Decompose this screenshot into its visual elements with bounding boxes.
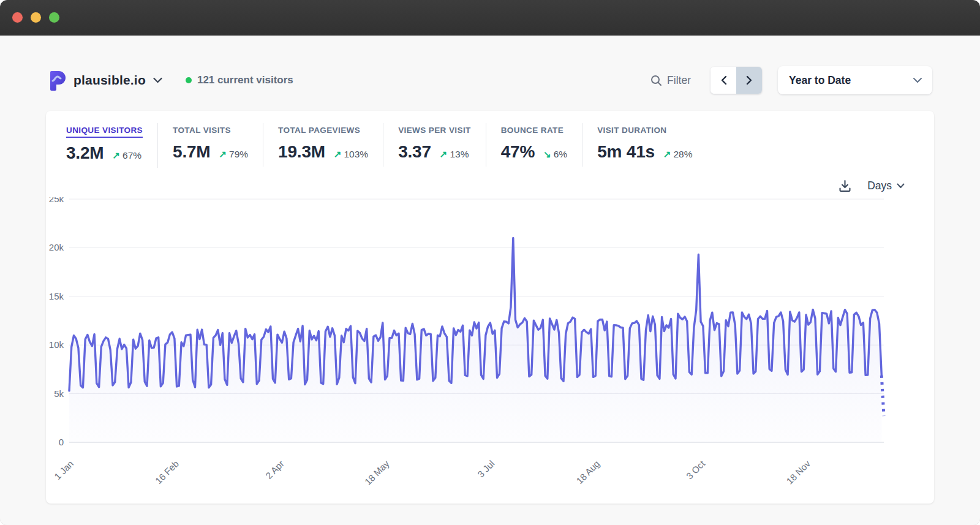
y-tick-label: 25k: [49, 197, 64, 204]
metric-change-value: 79%: [229, 149, 248, 160]
x-tick-label: 3 Jul: [475, 458, 496, 479]
y-tick-label: 10k: [49, 339, 64, 350]
zoom-window-button[interactable]: [49, 12, 59, 23]
interval-label: Days: [867, 179, 892, 192]
chevron-down-icon: [897, 183, 905, 189]
site-selector[interactable]: plausible.io 121 current visitors: [49, 70, 293, 91]
metric-value: 47%: [501, 142, 535, 162]
metric-change: ↗13%: [440, 149, 469, 160]
metric-value: 5m 41s: [597, 142, 655, 162]
metric-visit-duration[interactable]: VISIT DURATION5m 41s↗28%: [582, 123, 707, 167]
interval-dropdown[interactable]: Days: [867, 179, 905, 192]
search-icon: [650, 75, 662, 86]
date-range-label: Year to Date: [789, 74, 851, 87]
y-tick-label: 15k: [49, 291, 64, 301]
site-name: plausible.io: [74, 73, 146, 88]
metric-bounce-rate[interactable]: BOUNCE RATE47%↘6%: [486, 123, 582, 167]
metric-label: BOUNCE RATE: [501, 126, 564, 137]
metric-change: ↗67%: [112, 150, 141, 161]
metric-views-per-visit[interactable]: VIEWS PER VISIT3.37↗13%: [383, 123, 486, 167]
close-window-button[interactable]: [12, 12, 23, 23]
chart-canvas: 05k10k15k20k25k1 Jan16 Feb2 Apr18 May3 J…: [46, 197, 934, 493]
metric-change: ↗28%: [663, 149, 693, 160]
y-tick-label: 0: [59, 437, 64, 447]
current-visitors-label: 121 current visitors: [197, 74, 293, 86]
metric-change: ↗103%: [334, 149, 368, 160]
visitors-chart[interactable]: 05k10k15k20k25k1 Jan16 Feb2 Apr18 May3 J…: [46, 197, 934, 495]
trend-up-icon: ↗: [112, 150, 120, 161]
metric-change-value: 103%: [344, 149, 369, 160]
metric-value: 19.3M: [278, 142, 325, 162]
metric-change-value: 28%: [673, 149, 692, 160]
x-tick-label: 18 May: [363, 458, 391, 487]
dashboard-header: plausible.io 121 current visitors Filter: [0, 36, 980, 94]
x-tick-label: 3 Oct: [684, 458, 707, 482]
metric-change: ↘6%: [543, 149, 567, 160]
metric-label: UNIQUE VISITORS: [66, 126, 143, 138]
analytics-card: UNIQUE VISITORS3.2M↗67%TOTAL VISITS5.7M↗…: [46, 111, 934, 504]
current-visitors[interactable]: 121 current visitors: [186, 74, 293, 86]
metrics-row: UNIQUE VISITORS3.2M↗67%TOTAL VISITS5.7M↗…: [46, 123, 934, 168]
metric-value: 5.7M: [173, 142, 210, 162]
chevron-down-icon: [913, 77, 922, 83]
x-tick-label: 18 Aug: [574, 458, 601, 486]
metric-change: ↗79%: [219, 149, 248, 160]
metric-total-pageviews[interactable]: TOTAL PAGEVIEWS19.3M↗103%: [263, 123, 383, 167]
metric-label: TOTAL PAGEVIEWS: [278, 126, 360, 137]
metric-label: VIEWS PER VISIT: [398, 126, 471, 137]
plausible-logo-icon: [49, 70, 67, 91]
x-tick-label: 16 Feb: [153, 458, 181, 486]
x-tick-label: 18 Nov: [784, 458, 812, 486]
filter-button[interactable]: Filter: [647, 74, 695, 88]
chevron-down-icon: [153, 77, 162, 83]
trend-down-icon: ↘: [543, 149, 551, 160]
x-tick-label: 2 Apr: [263, 458, 286, 481]
metric-change-value: 67%: [123, 150, 141, 161]
download-icon[interactable]: [839, 179, 851, 192]
metric-change-value: 6%: [554, 149, 567, 160]
minimize-window-button[interactable]: [31, 12, 41, 23]
metric-unique-visitors[interactable]: UNIQUE VISITORS3.2M↗67%: [66, 123, 158, 168]
browser-window: plausible.io 121 current visitors Filter: [0, 0, 980, 525]
y-tick-label: 5k: [54, 388, 64, 399]
next-period-button[interactable]: [736, 67, 762, 94]
traffic-lights: [12, 12, 59, 23]
metric-change-value: 13%: [450, 149, 469, 160]
prev-period-button[interactable]: [710, 67, 736, 94]
metric-value: 3.2M: [66, 143, 104, 163]
trend-up-icon: ↗: [440, 149, 448, 160]
y-tick-label: 20k: [49, 242, 64, 252]
metric-total-visits[interactable]: TOTAL VISITS5.7M↗79%: [158, 123, 263, 167]
header-controls: Filter Year to Date: [647, 66, 932, 94]
filter-label: Filter: [667, 74, 691, 87]
date-nav: [710, 67, 762, 94]
x-tick-label: 1 Jan: [52, 458, 75, 482]
trend-up-icon: ↗: [334, 149, 342, 160]
metric-label: VISIT DURATION: [597, 126, 666, 137]
live-dot-icon: [186, 77, 192, 83]
chart-toolbar: Days: [46, 168, 934, 196]
trend-up-icon: ↗: [219, 149, 227, 160]
date-range-dropdown[interactable]: Year to Date: [778, 66, 932, 94]
metric-label: TOTAL VISITS: [173, 126, 231, 137]
metric-value: 3.37: [398, 142, 431, 162]
trend-up-icon: ↗: [663, 149, 671, 160]
window-titlebar: [0, 0, 980, 36]
